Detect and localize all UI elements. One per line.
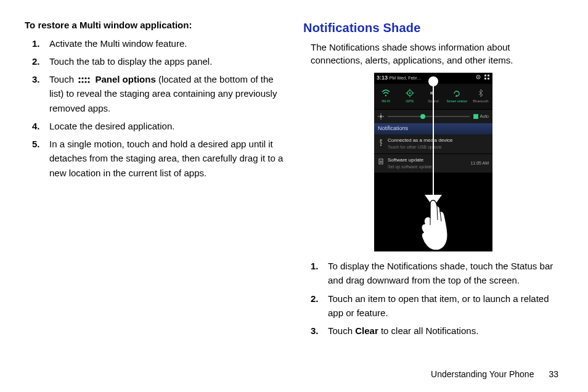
phone-status-bar: 3:13 PM Wed, Febr…	[374, 73, 492, 84]
step-3-bold: Panel options	[95, 74, 155, 84]
svg-rect-12	[484, 78, 486, 80]
rotation-icon	[452, 89, 461, 98]
svg-point-1	[82, 77, 84, 79]
shade-step-3-bold: Clear	[355, 325, 378, 336]
notifications-shade-intro: The Notifications shade shows informatio…	[303, 41, 563, 67]
step-2-text: Touch the tab to display the apps panel.	[49, 56, 212, 67]
svg-point-2	[85, 77, 87, 79]
svg-point-0	[79, 77, 81, 79]
bluetooth-icon	[476, 89, 485, 97]
qs-sound: Sound	[422, 84, 445, 109]
page-footer: Understanding Your Phone 33	[431, 368, 558, 381]
phone-date: PM Wed, Febr…	[390, 76, 422, 80]
phone-time: 3:13	[377, 75, 388, 81]
step-1: 1.Activate the Multi window feature.	[38, 36, 285, 51]
svg-point-26	[380, 145, 382, 146]
swipe-arrow-icon	[425, 195, 442, 207]
qs-gps: GPS	[398, 84, 421, 109]
notif-item-1: Connected as a media device Touch for ot…	[374, 134, 492, 154]
shade-step-3-text: Touch Clear to clear all Notifications.	[328, 325, 478, 336]
notif-1-title: Connected as a media device	[388, 137, 452, 143]
svg-point-7	[88, 81, 90, 83]
qs-sound-label: Sound	[428, 99, 438, 104]
step-1-text: Activate the Multi window feature.	[49, 38, 187, 49]
hand-icon	[415, 199, 452, 251]
gps-icon	[406, 89, 414, 97]
shade-step-3: 3. Touch Clear to clear all Notification…	[317, 324, 563, 338]
panel-options-icon	[78, 76, 91, 84]
svg-point-14	[385, 95, 386, 96]
qs-rotation-label: Screen rotation	[446, 99, 467, 104]
step-3-text: Touch Panel options (located at the bott…	[49, 74, 277, 113]
qs-rotation: Screen rotation	[445, 84, 468, 109]
svg-point-4	[79, 81, 81, 83]
shade-step-1: 1.To display the Notifications shade, to…	[317, 259, 563, 288]
shade-step-2: 2.Touch an item to open that item, or to…	[317, 292, 563, 321]
svg-point-16	[409, 92, 410, 94]
step-4-text: Locate the desired application.	[49, 121, 174, 131]
shade-step-2-text: Touch an item to open that item, or to l…	[328, 293, 549, 318]
notif-header: Notifications	[374, 123, 492, 134]
brightness-row: Auto	[374, 110, 492, 123]
svg-point-3	[88, 77, 90, 79]
notif-1-sub: Touch for other USB options	[388, 144, 452, 151]
right-column: Notifications Shade The Notifications sh…	[303, 18, 563, 341]
sound-icon	[429, 89, 438, 97]
svg-point-21	[380, 115, 382, 118]
grid-icon	[484, 74, 490, 83]
shade-steps: 1.To display the Notifications shade, to…	[303, 259, 563, 338]
phone-illustration: 3:13 PM Wed, Febr… Wi-Fi	[303, 73, 563, 251]
qs-wifi-label: Wi-Fi	[382, 99, 390, 104]
step-4: 4.Locate the desired application.	[38, 119, 285, 133]
notifications-shade-title: Notifications Shade	[303, 18, 563, 37]
qs-gps-label: GPS	[406, 99, 414, 104]
svg-point-9	[478, 76, 479, 78]
svg-rect-13	[488, 78, 489, 80]
qs-bluetooth-label: Bluetooth	[473, 99, 488, 104]
settings-icon	[475, 74, 481, 83]
svg-point-5	[82, 81, 84, 83]
left-column: To restore a Multi window application: 1…	[25, 18, 285, 341]
footer-section: Understanding Your Phone	[431, 368, 534, 381]
notif-item-2: Software update Set up software update 1…	[374, 154, 492, 174]
svg-point-6	[85, 81, 87, 83]
restore-steps: 1.Activate the Multi window feature. 2.T…	[25, 36, 285, 180]
brightness-auto-label: Auto	[480, 113, 489, 120]
shade-step-3-post: to clear all Notifications.	[378, 325, 479, 336]
svg-rect-10	[484, 75, 486, 76]
wifi-icon	[382, 89, 390, 97]
step-3-pre: Touch	[49, 74, 76, 84]
restore-subheading: To restore a Multi window application:	[25, 18, 285, 33]
svg-rect-11	[488, 75, 489, 76]
notif-2-sub: Set up software update	[388, 164, 432, 171]
step-5-text: In a single motion, touch and hold a des…	[49, 139, 283, 178]
usb-icon	[378, 139, 384, 149]
brightness-icon	[378, 110, 384, 124]
notif-2-title: Software update	[388, 157, 423, 163]
shade-step-3-pre: Touch	[328, 325, 355, 336]
download-icon	[378, 158, 384, 168]
step-2: 2.Touch the tab to display the apps pane…	[38, 54, 285, 68]
shade-step-1-text: To display the Notifications shade, touc…	[328, 261, 553, 285]
qs-wifi: Wi-Fi	[374, 84, 398, 109]
footer-page-number: 33	[549, 368, 558, 381]
step-5: 5.In a single motion, touch and hold a d…	[38, 137, 285, 180]
qs-bluetooth: Bluetooth	[469, 84, 492, 109]
notif-2-time: 11:05 AM	[470, 160, 489, 167]
quick-settings-row: Wi-Fi GPS Sound Screen rotation	[374, 84, 492, 110]
step-3: 3. Touch Panel options (located at the b…	[38, 72, 285, 115]
